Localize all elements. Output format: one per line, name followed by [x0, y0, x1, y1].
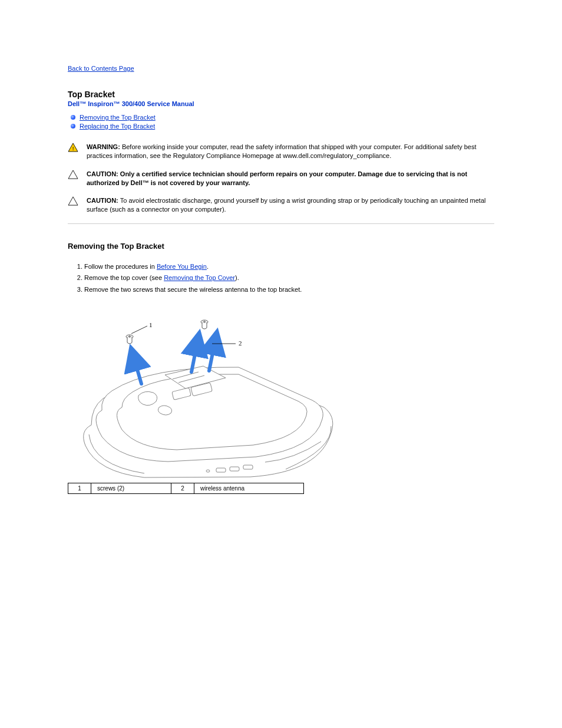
legend-label: wireless antenna — [194, 483, 304, 494]
back-link-wrap: Back to Contents Page — [68, 65, 494, 72]
steps-list: Follow the procedures in Before You Begi… — [68, 261, 494, 295]
product-subtitle: Dell™ Inspiron™ 300/400 Service Manual — [68, 100, 494, 107]
callout-1: 1 — [149, 321, 153, 328]
caution-row-2: CAUTION: To avoid electrostatic discharg… — [68, 192, 494, 219]
removing-link[interactable]: Removing the Top Bracket — [80, 114, 156, 121]
caution-triangle-icon — [68, 170, 78, 179]
legend-num: 2 — [171, 483, 194, 494]
section-links: Removing the Top Bracket Replacing the T… — [68, 113, 494, 131]
before-you-begin-link[interactable]: Before You Begin — [157, 263, 207, 270]
back-to-contents-link[interactable]: Back to Contents Page — [68, 65, 134, 72]
svg-line-21 — [209, 341, 215, 371]
page-title: Top Bracket — [68, 90, 494, 99]
list-item: Removing the Top Bracket — [68, 113, 494, 122]
step-3: Remove the two screws that secure the wi… — [84, 284, 494, 295]
diagram-legend: 1 screws (2) 2 wireless antenna — [68, 483, 304, 494]
callout-2: 2 — [239, 340, 242, 347]
warning-triangle-icon: ! — [68, 143, 78, 152]
step-1: Follow the procedures in Before You Begi… — [84, 261, 494, 272]
svg-text:!: ! — [72, 145, 74, 151]
removing-top-cover-link[interactable]: Removing the Top Cover — [164, 274, 235, 281]
svg-rect-12 — [243, 465, 253, 469]
svg-marker-2 — [68, 170, 78, 179]
step-2: Remove the top cover (see Removing the T… — [84, 272, 494, 284]
divider — [68, 223, 494, 224]
removing-heading: Removing the Top Bracket — [68, 242, 494, 251]
legend-label: screws (2) — [91, 483, 171, 494]
caution-row-1: CAUTION: Only a certified service techni… — [68, 165, 494, 192]
svg-rect-11 — [230, 467, 239, 471]
caution-triangle-icon — [68, 196, 78, 206]
svg-marker-3 — [68, 197, 78, 205]
legend-num: 1 — [68, 483, 91, 494]
svg-rect-10 — [216, 468, 226, 472]
diagram: 1 2 1 screws (2) 2 wireless antenna — [68, 301, 494, 494]
caution-text-1: CAUTION: Only a certified service techni… — [87, 165, 494, 192]
notices-table: ! WARNING: Before working inside your co… — [68, 138, 494, 219]
list-item: Replacing the Top Bracket — [68, 122, 494, 131]
caution-text-2: CAUTION: To avoid electrostatic discharg… — [87, 192, 494, 219]
replacing-link[interactable]: Replacing the Top Bracket — [80, 123, 155, 130]
warning-row: ! WARNING: Before working inside your co… — [68, 138, 494, 165]
warning-text: WARNING: Before working inside your comp… — [87, 138, 494, 165]
svg-line-22 — [131, 326, 147, 334]
svg-point-9 — [206, 470, 210, 472]
